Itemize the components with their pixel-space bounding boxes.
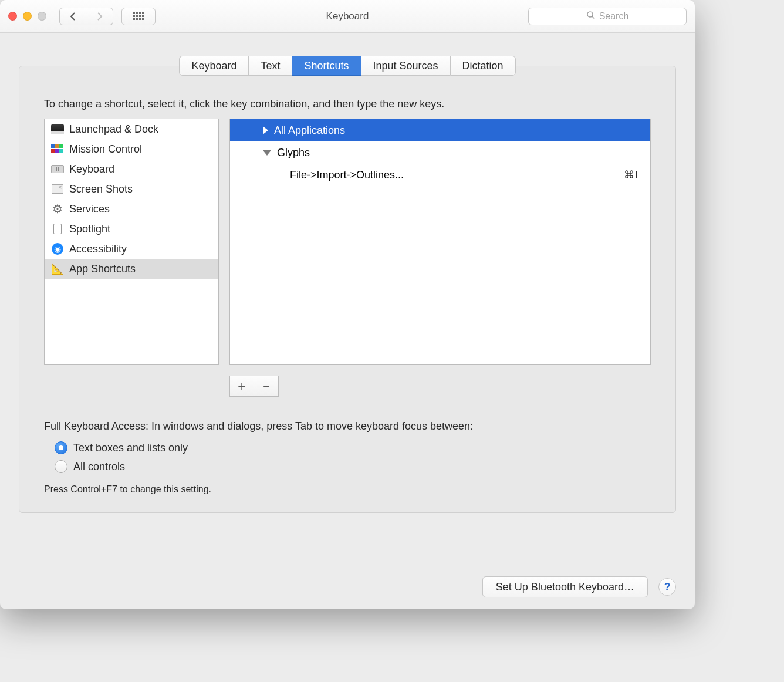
category-accessibility[interactable]: ◉ Accessibility	[45, 239, 218, 259]
close-window-button[interactable]	[8, 12, 17, 21]
tab-text[interactable]: Text	[248, 56, 292, 76]
instructions-label: To change a shortcut, select it, click t…	[44, 98, 651, 110]
remove-button[interactable]: －	[254, 376, 279, 397]
category-label: Mission Control	[69, 143, 142, 156]
tab-bar: Keyboard Text Shortcuts Input Sources Di…	[19, 56, 675, 76]
radio-button[interactable]	[55, 460, 67, 473]
fka-option-all-controls[interactable]: All controls	[55, 457, 675, 476]
category-mission-control[interactable]: Mission Control	[45, 139, 218, 159]
minimize-window-button[interactable]	[23, 12, 32, 21]
grid-icon	[133, 12, 144, 20]
app-shortcuts-icon: 📐	[50, 263, 65, 275]
screenshots-icon	[50, 183, 65, 195]
preferences-window: Keyboard Search Keyboard Text Shortcuts …	[0, 0, 695, 609]
category-label: Launchpad & Dock	[69, 123, 158, 136]
back-button[interactable]	[59, 8, 86, 25]
svg-line-1	[592, 16, 594, 19]
tree-all-applications[interactable]: All Applications	[230, 119, 650, 141]
spotlight-icon	[50, 223, 65, 235]
tab-shortcuts[interactable]: Shortcuts	[292, 56, 360, 76]
forward-button	[86, 8, 113, 25]
category-spotlight[interactable]: Spotlight	[45, 219, 218, 239]
tab-input-sources[interactable]: Input Sources	[361, 56, 450, 76]
shortcut-key[interactable]: ⌘I	[624, 168, 638, 181]
category-launchpad[interactable]: Launchpad & Dock	[45, 119, 218, 139]
zoom-window-button	[38, 12, 46, 21]
mission-control-icon	[50, 143, 65, 155]
tree-shortcut-item[interactable]: File->Import->Outlines... ⌘I	[230, 164, 650, 186]
search-placeholder: Search	[599, 11, 629, 22]
radio-label: Text boxes and lists only	[73, 442, 188, 454]
fka-hint: Press Control+F7 to change this setting.	[44, 484, 651, 495]
setup-bluetooth-button[interactable]: Set Up Bluetooth Keyboard…	[482, 576, 648, 597]
category-label: Services	[69, 203, 110, 215]
tree-label: All Applications	[274, 124, 345, 137]
category-label: App Shortcuts	[69, 263, 136, 275]
radio-label: All controls	[73, 461, 125, 473]
shortcut-tree[interactable]: All Applications Glyphs File->Import->Ou…	[229, 119, 651, 365]
fka-radio-group: Text boxes and lists only All controls	[55, 438, 675, 476]
category-label: Accessibility	[69, 243, 127, 255]
plus-icon: ＋	[235, 377, 248, 395]
minus-icon: －	[260, 377, 273, 395]
tree-label: Glyphs	[277, 147, 310, 159]
search-icon	[586, 11, 596, 22]
full-keyboard-access-label: Full Keyboard Access: In windows and dia…	[44, 420, 651, 433]
accessibility-icon: ◉	[50, 243, 65, 255]
category-services[interactable]: ⚙ Services	[45, 199, 218, 219]
fka-option-text-boxes[interactable]: Text boxes and lists only	[55, 438, 675, 457]
disclosure-right-icon[interactable]	[263, 126, 268, 134]
titlebar: Keyboard Search	[0, 0, 695, 33]
disclosure-down-icon[interactable]	[263, 150, 271, 156]
svg-point-0	[587, 12, 593, 17]
category-label: Keyboard	[69, 163, 114, 175]
category-list[interactable]: Launchpad & Dock Mission Control Keyboar…	[44, 119, 219, 365]
tab-keyboard[interactable]: Keyboard	[179, 56, 248, 76]
footer: Set Up Bluetooth Keyboard… ?	[482, 576, 676, 597]
gear-icon: ⚙	[50, 203, 65, 215]
search-input[interactable]: Search	[528, 8, 687, 25]
panes: Launchpad & Dock Mission Control Keyboar…	[44, 119, 651, 365]
keyboard-icon	[50, 163, 65, 175]
shortcut-menu-path: File->Import->Outlines...	[290, 169, 404, 181]
category-screen-shots[interactable]: Screen Shots	[45, 179, 218, 199]
tab-dictation[interactable]: Dictation	[450, 56, 516, 76]
content-panel: Keyboard Text Shortcuts Input Sources Di…	[19, 66, 676, 513]
category-label: Screen Shots	[69, 183, 133, 195]
show-all-button[interactable]	[121, 8, 156, 25]
category-keyboard[interactable]: Keyboard	[45, 159, 218, 179]
category-label: Spotlight	[69, 223, 110, 235]
category-app-shortcuts[interactable]: 📐 App Shortcuts	[45, 259, 218, 279]
nav-buttons	[59, 8, 113, 25]
tree-glyphs[interactable]: Glyphs	[230, 141, 650, 164]
radio-button[interactable]	[55, 441, 67, 454]
launchpad-icon	[50, 123, 65, 135]
add-button[interactable]: ＋	[229, 376, 254, 397]
add-remove-buttons: ＋ －	[229, 376, 675, 397]
traffic-lights	[8, 12, 46, 21]
help-button[interactable]: ?	[658, 578, 676, 596]
